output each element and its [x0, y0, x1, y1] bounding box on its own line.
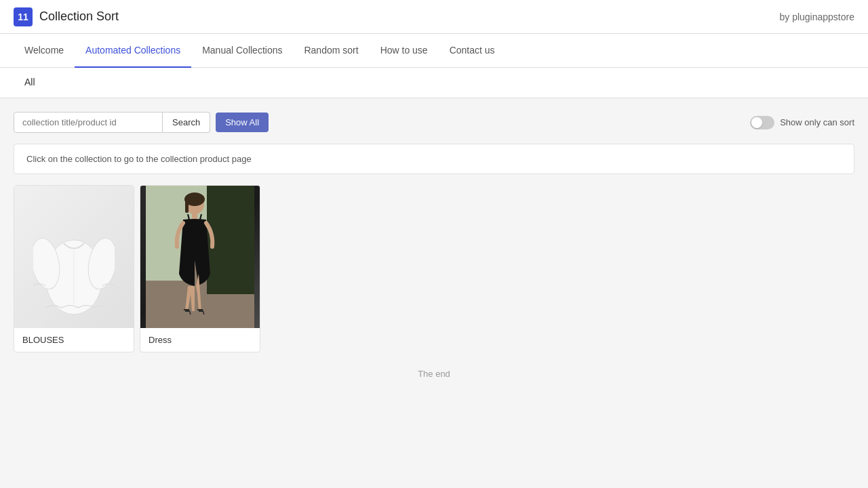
- search-row: Search Show All Show only can sort: [14, 112, 854, 133]
- collection-grid: BLOUSES: [14, 185, 854, 352]
- search-button[interactable]: Search: [163, 112, 210, 133]
- info-banner: Click on the collection to go to the col…: [14, 144, 854, 174]
- collection-card-label-dress: Dress: [140, 328, 260, 352]
- collection-card-dress[interactable]: Dress: [140, 185, 260, 352]
- blouse-image: [14, 186, 134, 328]
- app-logo: 11: [14, 7, 33, 26]
- show-all-button[interactable]: Show All: [216, 113, 269, 132]
- nav-item-automated[interactable]: Automated Collections: [75, 34, 191, 68]
- top-bar: 11 Collection Sort by pluginappstore: [0, 0, 868, 34]
- collection-card-blouses[interactable]: BLOUSES: [14, 185, 134, 352]
- nav-item-howto[interactable]: How to use: [370, 34, 439, 68]
- top-bar-right: by pluginappstore: [779, 12, 854, 22]
- nav-item-contact[interactable]: Contact us: [439, 34, 506, 68]
- nav-item-manual[interactable]: Manual Collections: [191, 34, 293, 68]
- search-input[interactable]: [14, 112, 163, 133]
- the-end: The end: [14, 352, 854, 395]
- toggle-label: Show only can sort: [780, 117, 854, 127]
- svg-rect-9: [185, 199, 189, 213]
- collection-card-image-dress: [140, 186, 260, 328]
- nav-item-welcome[interactable]: Welcome: [14, 34, 75, 68]
- app-title: Collection Sort: [39, 9, 119, 24]
- nav-bar: Welcome Automated Collections Manual Col…: [0, 34, 868, 68]
- show-only-can-sort-toggle[interactable]: [750, 116, 774, 129]
- collection-card-image-blouses: [14, 186, 134, 328]
- svg-rect-10: [192, 213, 197, 220]
- collection-card-label-blouses: BLOUSES: [14, 328, 134, 352]
- dress-svg: [146, 186, 254, 328]
- main-content: Search Show All Show only can sort Click…: [0, 98, 868, 409]
- content-area: All Search Show All Show only can sort C…: [0, 68, 868, 488]
- tab-strip: All: [0, 68, 868, 98]
- tab-all[interactable]: All: [14, 68, 46, 98]
- top-bar-left: 11 Collection Sort: [14, 7, 119, 26]
- nav-item-random[interactable]: Random sort: [293, 34, 369, 68]
- blouse-svg: [33, 196, 115, 318]
- toggle-row: Show only can sort: [750, 116, 854, 129]
- dress-image: [140, 186, 260, 328]
